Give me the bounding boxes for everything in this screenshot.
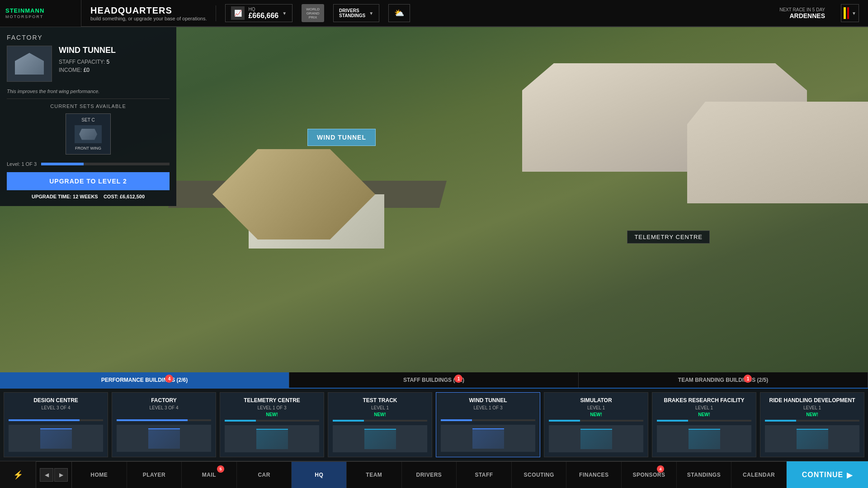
bc-progress-bar: [9, 419, 103, 421]
nav-forward-arrow[interactable]: ▶: [54, 468, 68, 482]
nav-item-team[interactable]: Team: [347, 462, 402, 488]
weather-icon: ⛅: [394, 8, 404, 18]
bc-progress-bar: [225, 420, 319, 422]
drivers-label: DRIVERS: [339, 8, 365, 13]
bc-icon: [225, 425, 319, 452]
set-c-label: SET C: [70, 117, 107, 122]
bc-progress-bar: [549, 420, 643, 422]
bc-icon-shape: [472, 428, 504, 449]
hq-label: HQ: [248, 7, 278, 12]
building-card-design-centre[interactable]: Design CentreLEVEL 3 OF 4: [4, 392, 108, 457]
bc-new-label: NEW!: [225, 412, 319, 417]
nav-item-mail[interactable]: Mail5: [182, 462, 237, 488]
nav-item-car[interactable]: Car: [237, 462, 292, 488]
bc-name: Telemetry Centre: [225, 397, 319, 404]
nav-item-sponsors[interactable]: Sponsors4: [622, 462, 677, 488]
bc-level: LEVEL 1: [333, 405, 427, 410]
staff-capacity-value: 5: [107, 59, 110, 65]
bc-progress-bar: [765, 420, 859, 422]
building-card-wind-tunnel[interactable]: Wind TunnelLEVEL 1 OF 3: [436, 392, 540, 457]
building-card-factory[interactable]: FactoryLEVEL 3 OF 4: [112, 392, 216, 457]
hq-money-button[interactable]: 📈 HQ £666,666 ▼: [225, 4, 292, 22]
logo-sub: MOTORSPORT: [5, 14, 44, 19]
building-card-brakes-research-facility[interactable]: Brakes Research FacilityLEVEL 1NEW!: [652, 392, 756, 457]
world-gp-button[interactable]: WORLDGRAND PRIX: [302, 4, 324, 22]
next-race-area: NEXT RACE IN 5 DAY ARDENNES: [773, 7, 832, 19]
bc-icon-shape: [797, 429, 828, 449]
bc-new-label: NEW!: [549, 412, 643, 417]
nav-item-standings[interactable]: Standings: [677, 462, 732, 488]
building-card-simulator[interactable]: SimulatorLEVEL 1NEW!: [544, 392, 648, 457]
tab-team-branding-buildings[interactable]: TEAM BRANDING BUILDINGS (2/5) 1: [579, 372, 868, 388]
nav-badge-sponsors: 4: [657, 465, 664, 473]
nav-item-calendar[interactable]: Calendar: [731, 462, 787, 488]
money-icon: 📈: [231, 6, 245, 20]
bc-icon-shape: [580, 429, 612, 449]
flag-dropdown-arrow: ▼: [852, 11, 856, 16]
logo-main: STEINMANN: [5, 7, 44, 14]
bc-new-label: NEW!: [765, 412, 859, 417]
upgrade-details: UPGRADE TIME: 12 WEEKS COST: £6,612,500: [7, 194, 170, 199]
nav-item-drivers[interactable]: Drivers: [402, 462, 457, 488]
building-name: WIND TUNNEL: [59, 46, 116, 55]
flag-yellow: [844, 7, 846, 19]
set-c-item-name: FRONT WING: [70, 146, 107, 150]
bc-icon: [333, 425, 427, 452]
tab-performance-buildings[interactable]: PERFORMANCE BUILDINGS (2/6) 4: [0, 372, 289, 388]
weather-button[interactable]: ⛅: [388, 4, 410, 22]
staff-capacity-row: STAFF CAPACITY: 5: [59, 59, 116, 65]
bc-icon: [549, 425, 643, 452]
page-title-area: HEADQUARTERS build something, or upgrade…: [81, 5, 216, 21]
level-progress-bar: [41, 163, 170, 165]
bc-level: LEVEL 1: [765, 405, 859, 410]
set-c-card[interactable]: SET C FRONT WING: [66, 113, 111, 155]
nav-back-arrow[interactable]: ◀: [40, 468, 53, 482]
next-race-label: NEXT RACE IN 5 DAY: [779, 7, 825, 12]
nav-badge-mail: 5: [217, 465, 224, 473]
bc-level: LEVEL 1 OF 3: [441, 405, 535, 410]
nav-item-finances[interactable]: Finances: [566, 462, 622, 488]
bc-level: LEVEL 1 OF 3: [225, 405, 319, 410]
level-progress-fill: [41, 163, 84, 165]
building-card-test-track[interactable]: Test TrackLEVEL 1NEW!: [328, 392, 432, 457]
nav-item-scouting[interactable]: Scouting: [512, 462, 567, 488]
bc-name: Factory: [117, 397, 211, 404]
bc-progress-fill: [117, 419, 188, 421]
standings-label: STANDINGS: [339, 13, 365, 18]
hq-money-value: £666,666: [248, 12, 278, 20]
front-wing-shape: [79, 129, 97, 140]
bc-name: Design Centre: [9, 397, 103, 404]
upgrade-button[interactable]: UPGRADE TO LEVEL 2: [7, 172, 170, 190]
bc-icon: [117, 425, 211, 452]
building-card-ride-handling-development[interactable]: Ride Handling DevelopmentLEVEL 1NEW!: [760, 392, 864, 457]
continue-button[interactable]: Continue ▶: [787, 461, 868, 488]
left-panel: FACTORY WIND TUNNEL STAFF CAPACITY: 5 IN…: [0, 27, 176, 206]
header: STEINMANN MOTORSPORT HEADQUARTERS build …: [0, 0, 868, 27]
bc-level: LEVEL 1: [549, 405, 643, 410]
tab-staff-buildings[interactable]: STAFF BUILDINGS (1/2) 1: [289, 372, 579, 388]
building-description: This improves the front wing performance…: [7, 89, 170, 94]
nav-logo: ⚡: [0, 461, 36, 488]
bc-progress-bar: [333, 420, 427, 422]
nav-item-staff[interactable]: Staff: [457, 462, 512, 488]
income-row: INCOME: £0: [59, 67, 116, 73]
money-dropdown-arrow: ▼: [282, 11, 287, 16]
building-card-telemetry-centre[interactable]: Telemetry CentreLEVEL 1 OF 3NEW!: [220, 392, 324, 457]
next-race-name: ARDENNES: [779, 12, 825, 19]
bc-progress-fill: [441, 419, 472, 421]
bc-icon-shape: [256, 429, 288, 449]
flag-button[interactable]: ▼: [841, 4, 859, 22]
bc-progress-bar: [117, 419, 211, 421]
bc-progress-fill: [9, 419, 80, 421]
bc-progress-fill: [225, 420, 256, 422]
drivers-standings-button[interactable]: DRIVERS STANDINGS ▼: [333, 4, 379, 22]
bc-level: LEVEL 3 OF 4: [117, 405, 211, 410]
nav-item-home[interactable]: Home: [72, 462, 127, 488]
bc-new-label: NEW!: [333, 412, 427, 417]
nav-item-player[interactable]: Player: [127, 462, 182, 488]
wind-tunnel-map-label[interactable]: WIND TUNNEL: [307, 129, 376, 146]
bc-progress-bar: [441, 419, 535, 421]
nav-item-hq[interactable]: HQ: [292, 462, 347, 488]
telemetry-map-label: TELEMETRY CENTRE: [627, 230, 710, 244]
bc-name: Test Track: [333, 397, 427, 404]
